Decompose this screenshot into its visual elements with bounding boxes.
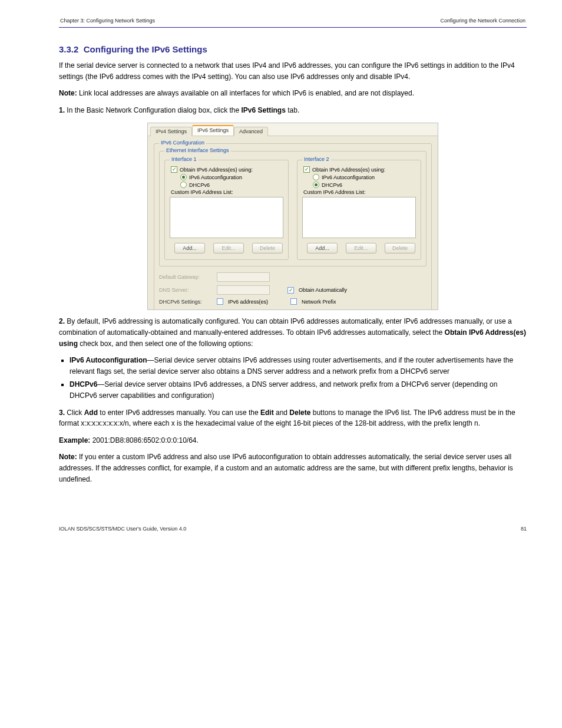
legend-ethernet: Ethernet Interface Settings: [164, 147, 231, 153]
legend-interface-1: Interface 1: [170, 156, 199, 162]
label-autoconf-if1: IPv6 Autoconfiguration: [189, 174, 242, 180]
group-interface-1: Interface 1 Obtain IPv6 Address(es) usin…: [164, 160, 289, 260]
legend-ipv6-config: IPv6 Configuration: [159, 140, 206, 146]
intro-paragraph: If the serial device server is connected…: [59, 60, 527, 82]
bullet-dhcpv6-text: —Serial device server obtains IPv6 addre…: [70, 380, 497, 400]
note-text: Link local addresses are always availabl…: [79, 89, 414, 97]
delete-button-if2[interactable]: Delete: [385, 243, 415, 253]
section-heading: 3.3.2 Configuring the IPv6 Settings: [59, 44, 527, 54]
step-2: 2. By default, IPv6 addressing is automa…: [59, 316, 527, 349]
header-topic: Configuring the Network Connection: [440, 18, 525, 24]
checkbox-obtain-auto[interactable]: [287, 287, 294, 294]
edit-button-if1[interactable]: Edit...: [213, 243, 244, 253]
note2-text: If you enter a custom IPv6 address and a…: [59, 453, 513, 483]
step-3: 3. Click Add to enter IPv6 addresses man…: [59, 407, 527, 429]
label-ipv6-addresses: IPv6 address(es): [228, 299, 268, 305]
step1-text-a: In the Basic Network Configuration dialo…: [67, 106, 241, 114]
add-button-if1[interactable]: Add...: [174, 243, 205, 253]
checkbox-obtain-if1[interactable]: [171, 166, 177, 173]
section-number: 3.3.2: [59, 44, 78, 54]
tab-ipv6[interactable]: IPv6 Settings: [192, 125, 234, 136]
listbox-addresses-if1[interactable]: [170, 197, 283, 238]
tab-strip: IPv4 Settings IPv6 Settings Advanced: [148, 123, 438, 136]
s3f: Delete: [289, 409, 310, 417]
radio-autoconf-if1[interactable]: [180, 174, 187, 180]
label-default-gateway: Default Gateway:: [159, 274, 212, 280]
step1-text-b: tab.: [286, 106, 299, 114]
s3e: and: [274, 409, 290, 417]
note-1: Note: Link local addresses are always av…: [59, 88, 527, 99]
radio-autoconf-if2[interactable]: [313, 174, 319, 180]
tab-advanced[interactable]: Advanced: [234, 127, 268, 136]
example-label: Example:: [59, 436, 90, 444]
footer-doc: IOLAN SDS/SCS/STS/MDC User's Guide, Vers…: [59, 526, 186, 532]
label-dhcpv6-if1: DHCPv6: [189, 182, 210, 188]
note-2: Note: If you enter a custom IPv6 address…: [59, 452, 527, 485]
s3c: to enter IPv6 addresses manually. You ca…: [98, 409, 260, 417]
step2-c: check box, and then select one of the fo…: [78, 340, 253, 348]
note2-label: Note:: [59, 453, 79, 461]
group-ipv6-config: IPv6 Configuration Ethernet Interface Se…: [154, 143, 432, 310]
section-title: Configuring the IPv6 Settings: [84, 44, 207, 54]
example: Example: 2001:DB8:8086:6502:0:0:0:10/64.: [59, 435, 527, 446]
step1-bold: IPv6 Settings: [242, 106, 286, 114]
edit-button-if2[interactable]: Edit...: [346, 243, 376, 253]
footer-page: 81: [521, 526, 527, 532]
label-customlist-if2: Custom IPv6 Address List:: [303, 189, 366, 195]
checkbox-obtain-if2[interactable]: [303, 166, 310, 173]
checkbox-ipv6-addresses[interactable]: [217, 298, 223, 305]
example-value: 2001:DB8:8086:6502:0:0:0:10/64.: [90, 436, 199, 444]
step-1: 1. In the Basic Network Configuration di…: [59, 105, 527, 116]
step2-a: By default, IPv6 addressing is automatic…: [59, 317, 512, 337]
ipv6-settings-dialog: IPv4 Settings IPv6 Settings Advanced IPv…: [147, 123, 438, 310]
tab-ipv4[interactable]: IPv4 Settings: [150, 127, 192, 136]
header-rule: [59, 27, 527, 28]
bullet-dhcpv6-bold: DHCPv6: [70, 380, 97, 388]
label-customlist-if1: Custom IPv6 Address List:: [171, 189, 233, 195]
label-obtain-if2: Obtain IPv6 Address(es) using:: [312, 167, 385, 173]
s3b: Add: [84, 409, 98, 417]
group-ethernet: Ethernet Interface Settings Interface 1 …: [159, 151, 427, 266]
option-list: IPv6 Autoconfiguration—Serial device ser…: [70, 355, 527, 401]
delete-button-if1[interactable]: Delete: [252, 243, 283, 253]
input-default-gateway[interactable]: [217, 272, 270, 282]
legend-interface-2: Interface 2: [302, 156, 331, 162]
group-interface-2: Interface 2 Obtain IPv6 Address(es) usin…: [297, 160, 421, 260]
figure: IPv4 Settings IPv6 Settings Advanced IPv…: [59, 123, 527, 310]
header-chapter: Chapter 3: Configuring Network Settings: [60, 18, 155, 24]
label-autoconf-if2: IPv6 Autoconfiguration: [322, 174, 375, 180]
radio-dhcpv6-if1[interactable]: [180, 182, 187, 188]
add-button-if2[interactable]: Add...: [307, 243, 338, 253]
input-dns-server[interactable]: [217, 285, 270, 295]
label-dhcpv6-if2: DHCPv6: [322, 182, 342, 188]
bullet-autoconf-bold: IPv6 Autoconfiguration: [70, 356, 147, 364]
label-dns-server: DNS Server:: [159, 287, 212, 293]
note-label: Note:: [59, 89, 79, 97]
page-footer: IOLAN SDS/SCS/STS/MDC User's Guide, Vers…: [59, 526, 527, 532]
s3d: Edit: [260, 409, 274, 417]
checkbox-network-prefix[interactable]: [290, 298, 297, 305]
radio-dhcpv6-if2[interactable]: [313, 182, 319, 188]
bullet-dhcpv6: DHCPv6—Serial device server obtains IPv6…: [70, 379, 527, 401]
label-obtain-auto: Obtain Automatically: [299, 287, 347, 293]
label-network-prefix: Network Prefix: [302, 299, 336, 305]
s3a: Click: [67, 409, 84, 417]
label-obtain-if1: Obtain IPv6 Address(es) using:: [180, 167, 253, 173]
bullet-autoconf: IPv6 Autoconfiguration—Serial device ser…: [70, 355, 527, 377]
label-dhcpv6-settings: DHCPv6 Settings:: [159, 299, 212, 305]
listbox-addresses-if2[interactable]: [302, 197, 416, 238]
